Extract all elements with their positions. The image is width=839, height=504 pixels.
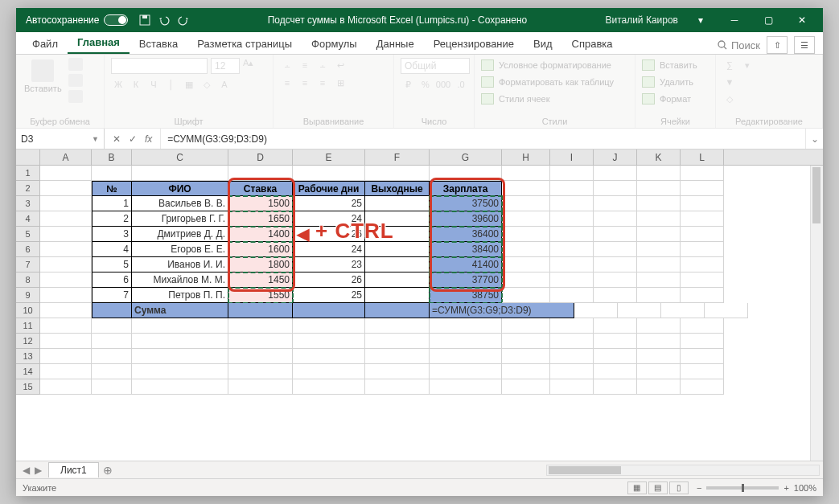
- cell[interactable]: [365, 242, 430, 257]
- cell[interactable]: [92, 349, 132, 364]
- cell[interactable]: [550, 242, 594, 257]
- cell[interactable]: =СУММ(G3:G9;D3:D9): [430, 303, 574, 318]
- cell[interactable]: [637, 318, 681, 334]
- cell[interactable]: [430, 379, 502, 395]
- cell[interactable]: [40, 196, 92, 211]
- cell[interactable]: [293, 379, 365, 395]
- row-header[interactable]: 14: [16, 364, 39, 379]
- cut-icon[interactable]: [68, 58, 83, 71]
- cell[interactable]: [705, 303, 748, 318]
- cell[interactable]: [550, 379, 594, 395]
- cell[interactable]: [228, 303, 293, 318]
- cell[interactable]: [92, 334, 132, 349]
- format-cells[interactable]: Формат: [642, 92, 691, 106]
- row-header[interactable]: 13: [16, 349, 39, 364]
- sheet-nav-next-icon[interactable]: ▶: [35, 465, 42, 476]
- cell[interactable]: [430, 364, 502, 379]
- format-as-table[interactable]: Форматировать как таблицу: [481, 75, 614, 89]
- cell[interactable]: 1: [92, 196, 132, 211]
- cell[interactable]: Ставка: [228, 181, 293, 196]
- cell[interactable]: [40, 272, 92, 288]
- enter-formula-icon[interactable]: ✓: [129, 133, 137, 145]
- cell[interactable]: 1400: [228, 227, 293, 242]
- cell[interactable]: [502, 242, 550, 257]
- cell[interactable]: Выходные: [365, 181, 430, 196]
- cell[interactable]: [637, 272, 681, 288]
- cell[interactable]: [594, 379, 637, 395]
- tell-me-search[interactable]: Поиск: [717, 39, 760, 51]
- cell[interactable]: [40, 334, 92, 349]
- cell[interactable]: [132, 166, 228, 181]
- cell[interactable]: [228, 349, 293, 364]
- cell[interactable]: 39600: [430, 211, 502, 227]
- row-header[interactable]: 9: [16, 288, 39, 303]
- cell[interactable]: [681, 288, 724, 303]
- zoom-level[interactable]: 100%: [794, 483, 816, 493]
- expand-formula-icon[interactable]: ⌄: [805, 129, 823, 149]
- cell[interactable]: [681, 166, 724, 181]
- cell[interactable]: [92, 303, 132, 318]
- row-header[interactable]: 10: [16, 303, 39, 318]
- cell[interactable]: Сумма: [132, 303, 228, 318]
- cell[interactable]: [430, 318, 502, 334]
- cell[interactable]: [132, 318, 228, 334]
- cell[interactable]: [637, 181, 681, 196]
- zoom-out-icon[interactable]: −: [697, 483, 701, 493]
- align-bot-icon[interactable]: ⫠: [315, 58, 330, 72]
- view-pagelayout-icon[interactable]: ▤: [648, 481, 668, 494]
- cell[interactable]: [637, 211, 681, 227]
- cell[interactable]: [40, 379, 92, 395]
- paste-button[interactable]: Вставить: [23, 58, 64, 95]
- cell[interactable]: [132, 334, 228, 349]
- cell[interactable]: [40, 227, 92, 242]
- col-header-B[interactable]: B: [92, 150, 132, 165]
- cell[interactable]: [40, 166, 92, 181]
- cell[interactable]: [502, 211, 550, 227]
- cell[interactable]: [681, 364, 724, 379]
- merge-icon[interactable]: ⊞: [333, 76, 348, 90]
- cell[interactable]: [594, 349, 637, 364]
- minimize-icon[interactable]: ─: [718, 8, 751, 32]
- cell[interactable]: [550, 288, 594, 303]
- cell[interactable]: [365, 303, 430, 318]
- cell[interactable]: 1550: [228, 288, 293, 303]
- col-header-G[interactable]: G: [430, 150, 502, 165]
- cell[interactable]: [681, 318, 724, 334]
- cell[interactable]: [293, 334, 365, 349]
- cell[interactable]: [365, 272, 430, 288]
- cell[interactable]: [502, 364, 550, 379]
- row-header[interactable]: 8: [16, 272, 39, 288]
- col-header-D[interactable]: D: [228, 150, 293, 165]
- cell[interactable]: [40, 318, 92, 334]
- cell[interactable]: [365, 257, 430, 272]
- cell[interactable]: [502, 196, 550, 211]
- wrap-text-icon[interactable]: ↩: [333, 58, 348, 72]
- cell[interactable]: [637, 227, 681, 242]
- ribbon-options-icon[interactable]: ▾: [685, 8, 717, 32]
- cell[interactable]: [228, 334, 293, 349]
- cell[interactable]: [92, 379, 132, 395]
- cell[interactable]: [40, 288, 92, 303]
- zoom-slider[interactable]: [706, 486, 779, 490]
- cell[interactable]: [40, 349, 92, 364]
- autosum-icon[interactable]: ∑: [722, 58, 737, 72]
- tab-home[interactable]: Главная: [68, 32, 130, 54]
- cell[interactable]: 1500: [228, 196, 293, 211]
- comments-button[interactable]: ☰: [794, 36, 815, 54]
- cell[interactable]: №: [92, 181, 132, 196]
- align-mid-icon[interactable]: ≡: [298, 58, 312, 72]
- cell[interactable]: [594, 272, 637, 288]
- cell[interactable]: [502, 334, 550, 349]
- cell[interactable]: [594, 227, 637, 242]
- cell[interactable]: 4: [92, 242, 132, 257]
- cell[interactable]: [430, 166, 502, 181]
- cell[interactable]: 41400: [430, 257, 502, 272]
- cell[interactable]: [637, 288, 681, 303]
- sheet-nav-prev-icon[interactable]: ◀: [23, 465, 30, 476]
- row-header[interactable]: 4: [16, 211, 39, 227]
- tab-data[interactable]: Данные: [367, 34, 424, 54]
- cell[interactable]: [681, 272, 724, 288]
- cell[interactable]: [365, 349, 430, 364]
- cell[interactable]: Иванов И. И.: [132, 257, 228, 272]
- col-header-F[interactable]: F: [365, 150, 430, 165]
